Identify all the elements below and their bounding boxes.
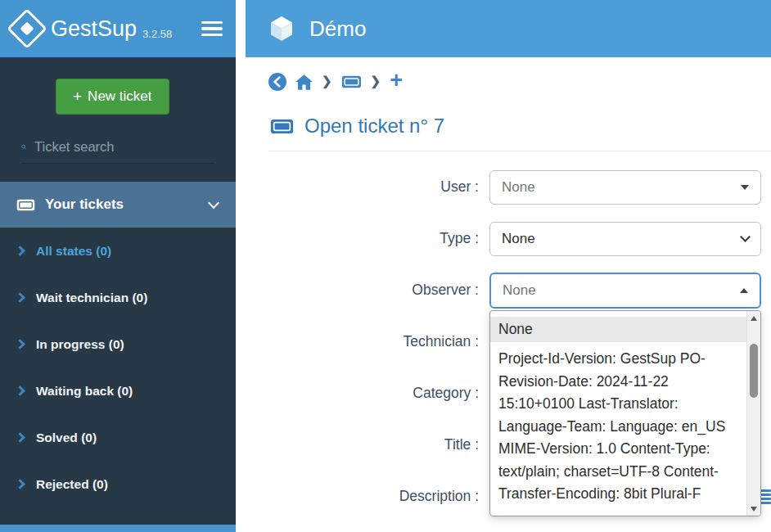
sidebar-item-waiting-back[interactable]: Waiting back (0) (0, 367, 236, 414)
caret-up-icon (740, 288, 748, 293)
triangle-up-icon (751, 316, 757, 321)
your-tickets-label: Your tickets (45, 196, 124, 213)
search-icon (21, 139, 26, 155)
caret-down-icon (741, 185, 749, 190)
chevron-right-icon (15, 339, 25, 349)
app-root: GestSup 3.2.58 + New ticket Your tickets (0, 0, 771, 532)
dropdown-scrollbar (746, 311, 760, 516)
sidebar-footer-bar (0, 525, 236, 532)
form-row-observer: Observer : None (246, 264, 771, 316)
sidebar-item-label: Solved (0) (36, 431, 97, 445)
chevron-right-icon (15, 432, 25, 443)
sidebar-item-label: Rejected (0) (36, 477, 108, 492)
new-ticket-crumb-button[interactable]: + (390, 70, 403, 92)
page-title-topbar: Démo (309, 16, 366, 42)
hamburger-menu-icon[interactable] (201, 21, 223, 37)
chevron-right-icon (15, 292, 25, 303)
observer-dropdown-options: None Project-Id-Version: GestSup PO-Revi… (490, 311, 746, 516)
sidebar-item-label: Waiting back (0) (36, 384, 133, 399)
tickets-crumb-button[interactable] (341, 75, 362, 88)
observer-dropdown-panel: None Project-Id-Version: GestSup PO-Revi… (489, 310, 761, 516)
form-row-user: User : None (246, 161, 771, 213)
type-label: Type : (246, 230, 479, 247)
breadcrumb: ❯ ❯ + (246, 57, 771, 98)
sidebar-item-in-progress[interactable]: In progress (0) (0, 321, 236, 367)
type-select[interactable]: None (489, 222, 761, 256)
sidebar-item-label: In progress (0) (36, 337, 124, 352)
ticket-search-input[interactable] (34, 139, 214, 155)
content: ❯ ❯ + Open ticket n° 7 (246, 57, 771, 532)
user-select-value: None (502, 179, 535, 196)
observer-label: Observer : (246, 282, 479, 299)
sidebar-item-rejected[interactable]: Rejected (0) (0, 461, 236, 507)
title-label: Title : (246, 436, 479, 453)
breadcrumb-separator: ❯ (322, 74, 332, 88)
type-select-value: None (502, 231, 535, 247)
category-label: Category : (246, 385, 479, 402)
technician-label: Technician : (246, 333, 479, 350)
ticket-icon (341, 75, 362, 88)
ticket-icon (270, 119, 294, 134)
observer-select[interactable]: None (489, 273, 761, 309)
description-label: Description : (246, 488, 479, 505)
gestsup-logo (8, 10, 46, 47)
brand-version: 3.2.58 (142, 28, 172, 40)
sidebar-nav: All states (0) Wait technician (0) In pr… (0, 228, 236, 507)
title-divider (268, 151, 771, 151)
sidebar-item-label: All states (0) (36, 244, 111, 259)
ticket-icon (16, 199, 35, 211)
new-ticket-label: New ticket (88, 88, 151, 105)
back-button[interactable] (268, 73, 286, 91)
sidebar-section-your-tickets[interactable]: Your tickets (0, 182, 236, 228)
scroll-down-button[interactable] (747, 502, 760, 516)
brand-name: GestSup (51, 16, 137, 42)
chevron-right-icon (15, 385, 25, 396)
ticket-search (21, 139, 214, 164)
breadcrumb-separator: ❯ (371, 74, 381, 88)
scroll-up-button[interactable] (747, 311, 760, 325)
home-icon (295, 74, 313, 90)
page-title: Open ticket n° 7 (304, 115, 444, 138)
user-select[interactable]: None (489, 170, 761, 205)
scrollbar-thumb[interactable] (750, 344, 758, 398)
brand-header: GestSup 3.2.58 (0, 0, 236, 57)
dropdown-option-po-header[interactable]: Project-Id-Version: GestSup PO-Revision-… (490, 342, 746, 506)
cube-icon (267, 14, 296, 43)
sidebar-item-solved[interactable]: Solved (0) (0, 414, 236, 461)
sidebar-item-label: Wait technician (0) (36, 291, 147, 305)
chevron-down-icon (208, 196, 219, 208)
triangle-down-icon (751, 507, 757, 512)
user-label: User : (246, 178, 479, 196)
sidebar-item-wait-technician[interactable]: Wait technician (0) (0, 274, 236, 321)
sidebar-item-all-states[interactable]: All states (0) (0, 228, 236, 274)
chevron-right-icon (15, 479, 25, 489)
align-justify-icon[interactable] (760, 489, 771, 504)
new-ticket-button[interactable]: + New ticket (56, 79, 169, 115)
arrow-circle-left-icon (268, 73, 286, 91)
page-title-row: Open ticket n° 7 (246, 98, 771, 151)
topbar: Démo (246, 0, 771, 57)
form-row-type: Type : None (246, 213, 771, 264)
home-button[interactable] (295, 74, 313, 90)
observer-select-value: None (503, 282, 536, 299)
main-area: Démo ❯ (246, 0, 771, 532)
sidebar: GestSup 3.2.58 + New ticket Your tickets (0, 0, 236, 532)
plus-icon: + (73, 88, 82, 106)
chevron-down-icon (740, 232, 751, 242)
dropdown-option-none[interactable]: None (490, 317, 746, 342)
chevron-right-icon (15, 246, 25, 256)
